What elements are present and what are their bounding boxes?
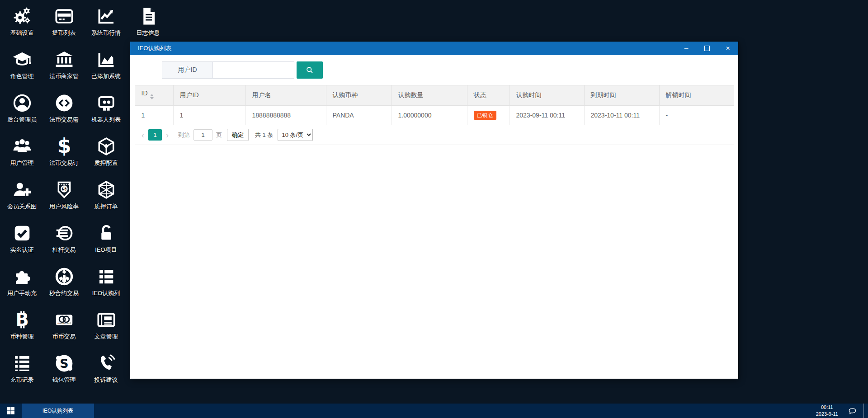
show-desktop-button[interactable] [863, 404, 868, 418]
desktop-icon-fiat-merchant[interactable]: 法币商家管 [43, 45, 85, 89]
desktop-icon-label: 用户手动充 [7, 289, 37, 297]
desktop-icon-fiat-trade-demand[interactable]: 法币交易需 [43, 89, 85, 132]
area-chart-icon [96, 49, 117, 70]
desktop-icon-kyc-verification[interactable]: 实名认证 [1, 219, 43, 262]
desktop-icon-label: 法币商家管 [49, 72, 79, 80]
clock-date: 2023-9-11 [816, 411, 838, 418]
total-count-label: 共 1 条 [255, 131, 273, 139]
desktop-icon-label: 充币记录 [10, 376, 34, 384]
desktop-icon-role-management[interactable]: 角色管理 [1, 45, 43, 89]
ieo-subscription-window: IEO认购列表 ─ ✕ 用户ID ID 用户ID 用户名 认购币种 认购数量 状… [130, 42, 738, 379]
taskbar-clock[interactable]: 00:11 2023-9-11 [816, 404, 838, 418]
svg-text:mastercard: mastercard [57, 322, 71, 324]
desktop-icon-added-systems[interactable]: 已添加系统 [85, 45, 127, 89]
desktop-icon-second-contract-trade[interactable]: 秒合约交易 [43, 262, 85, 305]
desktop-icon-wallet-management[interactable]: 钱包管理 [43, 349, 85, 392]
cell-status: 已锁仓 [467, 106, 509, 125]
admin-user-icon [12, 93, 33, 113]
subscription-table: ID 用户ID 用户名 认购币种 认购数量 状态 认购时间 到期时间 解锁时间 … [135, 85, 734, 125]
desktop-icon-label: 角色管理 [10, 72, 34, 80]
start-button[interactable] [0, 404, 22, 418]
windows-logo-icon [7, 407, 14, 414]
desktop-icon-member-relation[interactable]: 会员关系图 [1, 175, 43, 219]
chat-bubble-icon [848, 407, 857, 415]
search-button[interactable] [297, 61, 323, 79]
desktop-icon-label: 机器人列表 [91, 116, 121, 124]
desktop-icon-label: IEO项目 [95, 246, 117, 254]
cell-coin: PANDA [326, 106, 392, 125]
column-header-status: 状态 [467, 85, 509, 106]
puzzle-icon [12, 266, 33, 287]
desktop-icon-pledge-orders[interactable]: 质押订单 [85, 175, 127, 219]
exchange-circle-icon [54, 93, 75, 113]
column-header-expire-time: 到期时间 [584, 85, 659, 106]
rebel-icon [54, 266, 75, 287]
desktop-icon-manual-recharge[interactable]: 用户手动充 [1, 262, 43, 305]
next-page-button[interactable]: › [162, 131, 173, 139]
list-squares-icon [96, 266, 117, 287]
desktop-icon-admin-list[interactable]: 后台管理员 [1, 89, 43, 132]
users-group-icon [12, 136, 33, 157]
desktop-icon-label: 文章管理 [94, 333, 118, 341]
desktop-icon-label: 质押配置 [94, 159, 118, 167]
shield-dollar-icon [54, 179, 75, 200]
robot-icon [96, 93, 117, 113]
maximize-icon [704, 46, 710, 51]
desktop-icon-pledge-config[interactable]: 质押配置 [85, 132, 127, 175]
desktop-icon-log-info[interactable]: 日志信息 [127, 2, 169, 45]
desktop-icon-label: 法币交易订 [49, 159, 79, 167]
desktop-icon-deposit-records[interactable]: 充币记录 [1, 349, 43, 392]
desktop-icon-fiat-trade-orders[interactable]: 法币交易订 [43, 132, 85, 175]
window-title: IEO认购列表 [138, 44, 171, 52]
graduation-cap-icon [12, 49, 33, 70]
desktop-icon-leverage-trade[interactable]: 杠杆交易 [43, 219, 85, 262]
desktop-icon-user-management[interactable]: 用户管理 [1, 132, 43, 175]
user-id-input[interactable] [213, 61, 294, 79]
search-icon [305, 66, 314, 75]
cell-expire-time: 2023-10-11 00:11 [584, 106, 659, 125]
table-header-row: ID 用户ID 用户名 认购币种 认购数量 状态 认购时间 到期时间 解锁时间 [135, 85, 734, 106]
cell-unlock-time: - [659, 106, 734, 125]
chat-button[interactable] [845, 404, 859, 418]
page-size-select[interactable]: 10 条/页 [278, 129, 313, 141]
desktop-icon-label: 实名认证 [10, 246, 34, 254]
desktop-icon-withdraw-list[interactable]: 提币列表 [43, 2, 85, 45]
cube-icon [96, 136, 117, 157]
document-icon [138, 6, 159, 27]
cell-user-id: 1 [173, 106, 245, 125]
desktop-icon-user-risk-rate[interactable]: 用户风险率 [43, 175, 85, 219]
taskbar-item-ieo-list[interactable]: IEO认购列表 [22, 404, 94, 418]
desktop-icon-ieo-subscription-list[interactable]: IEO认购列 [85, 262, 127, 305]
taskbar: IEO认购列表 00:11 2023-9-11 [0, 404, 868, 418]
desktop-icon-coin-trade[interactable]: mastercard币币交易 [43, 305, 85, 349]
cell-subscribe-time: 2023-09-11 00:11 [509, 106, 584, 125]
column-header-coin: 认购币种 [326, 85, 392, 106]
maximize-button[interactable] [697, 42, 717, 55]
prev-page-button[interactable]: ‹ [137, 131, 148, 139]
desktop-icon-label: 秒合约交易 [49, 289, 79, 297]
pagination-bar: ‹ 1 › 到第 页 确定 共 1 条 10 条/页 [135, 125, 734, 145]
sort-icon[interactable] [150, 92, 154, 101]
desktop-icon-basic-settings[interactable]: 基础设置 [1, 2, 43, 45]
desktop-icon-robot-list[interactable]: 机器人列表 [85, 89, 127, 132]
desktop-icon-ieo-project[interactable]: IEO项目 [85, 219, 127, 262]
desktop-icon-label: 币种管理 [10, 333, 34, 341]
desktop-icon-system-coin-market[interactable]: 系统币行情 [85, 2, 127, 45]
window-titlebar[interactable]: IEO认购列表 ─ ✕ [130, 42, 738, 55]
column-header-id[interactable]: ID [135, 85, 173, 106]
desktop-icon-article-management[interactable]: 文章管理 [85, 305, 127, 349]
desktop-icon-coin-management[interactable]: 币种管理 [1, 305, 43, 349]
status-badge: 已锁仓 [474, 111, 496, 120]
confirm-button[interactable]: 确定 [227, 129, 249, 141]
desktop-icon-label: 会员关系图 [7, 202, 37, 211]
newspaper-icon [96, 310, 117, 330]
desktop-icon-complaint-suggestion[interactable]: 投诉建议 [85, 349, 127, 392]
current-page-button[interactable]: 1 [148, 129, 162, 141]
goto-page-input[interactable] [193, 129, 212, 141]
window-controls: ─ ✕ [676, 42, 738, 55]
desktop-icon-label: 后台管理员 [7, 116, 37, 124]
lock-open-icon [96, 223, 117, 244]
mastercard-icon: mastercard [54, 310, 75, 330]
close-button[interactable]: ✕ [717, 42, 738, 55]
minimize-button[interactable]: ─ [676, 42, 697, 55]
